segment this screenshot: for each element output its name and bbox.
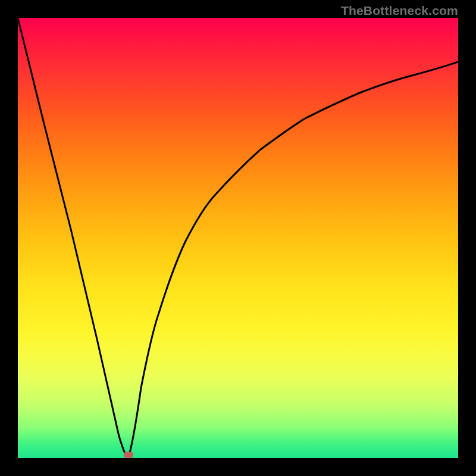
chart-frame: TheBottleneck.com xyxy=(0,0,476,476)
right-branch-line xyxy=(128,62,458,458)
left-branch-line xyxy=(18,18,128,458)
plot-area xyxy=(18,18,458,458)
minimum-marker-icon xyxy=(124,452,133,458)
watermark-text: TheBottleneck.com xyxy=(341,4,458,18)
curve-layer xyxy=(18,18,458,458)
